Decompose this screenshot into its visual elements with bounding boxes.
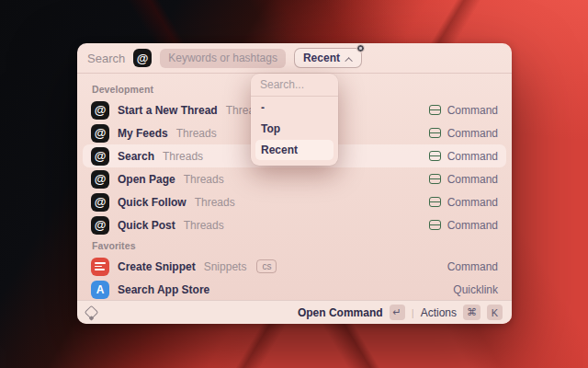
search-bar: Search @ Keywords or hashtags Recent bbox=[77, 43, 512, 74]
list-item-quick-follow[interactable]: @ Quick Follow Threads Command bbox=[83, 190, 506, 213]
command-type-icon bbox=[429, 105, 441, 115]
row-accessory: Command bbox=[447, 127, 498, 140]
command-type-icon bbox=[429, 220, 441, 230]
search-input[interactable]: Keywords or hashtags bbox=[160, 49, 286, 68]
row-subtitle: Threads bbox=[163, 150, 203, 163]
threads-app-icon: @ bbox=[133, 49, 152, 67]
filter-dropdown-button[interactable]: Recent bbox=[294, 48, 362, 68]
threads-icon: @ bbox=[91, 101, 109, 120]
row-subtitle: Threads bbox=[195, 196, 235, 209]
row-accessory: Command bbox=[447, 104, 498, 117]
k-key-badge: K bbox=[487, 305, 503, 320]
list-item-open-page[interactable]: @ Open Page Threads Command bbox=[83, 167, 506, 190]
row-accessory: Command bbox=[447, 173, 498, 186]
row-title: Quick Post bbox=[118, 219, 175, 232]
row-title: Start a New Thread bbox=[118, 104, 218, 117]
dropdown-item-top[interactable]: Top bbox=[255, 119, 334, 139]
threads-icon: @ bbox=[91, 193, 109, 212]
dropdown-item-recent[interactable]: Recent bbox=[255, 140, 334, 160]
row-title: Create Snippet bbox=[118, 260, 196, 273]
filter-badge-icon bbox=[356, 44, 365, 52]
section-header-favorites: Favorites bbox=[77, 236, 512, 255]
command-type-icon bbox=[429, 151, 441, 161]
row-title: Open Page bbox=[118, 173, 175, 186]
row-accessory: Command bbox=[447, 260, 498, 273]
app-store-icon: A bbox=[91, 281, 109, 299]
row-subtitle: Threads bbox=[176, 127, 217, 140]
row-accessory: Command bbox=[447, 150, 498, 163]
footer-divider: | bbox=[412, 307, 414, 318]
threads-icon: @ bbox=[91, 170, 109, 189]
command-type-icon bbox=[429, 197, 441, 207]
command-key-badge: ⌘ bbox=[463, 305, 481, 320]
row-title: Search App Store bbox=[118, 283, 209, 296]
dropdown-search-input[interactable]: Search... bbox=[251, 74, 338, 97]
row-title: Quick Follow bbox=[118, 196, 187, 209]
raycast-logo-icon bbox=[85, 305, 99, 320]
row-title: My Feeds bbox=[118, 127, 168, 140]
dropdown-item-dash[interactable]: - bbox=[255, 98, 334, 118]
list-item-search-app-store[interactable]: A Search App Store Quicklink bbox=[83, 278, 506, 300]
actions-button[interactable]: Actions bbox=[421, 306, 457, 319]
alias-badge: cs bbox=[256, 259, 277, 273]
snippets-icon bbox=[91, 258, 109, 276]
command-type-icon bbox=[429, 174, 441, 184]
threads-icon: @ bbox=[91, 216, 109, 235]
list-item-quick-post[interactable]: @ Quick Post Threads Command bbox=[83, 213, 506, 236]
enter-key-badge: ↵ bbox=[390, 305, 405, 320]
filter-selected-value: Recent bbox=[303, 52, 340, 64]
command-type-icon bbox=[429, 128, 441, 138]
threads-icon: @ bbox=[91, 147, 109, 166]
row-subtitle: Threads bbox=[184, 173, 224, 186]
row-accessory: Quicklink bbox=[453, 283, 498, 296]
row-subtitle: Snippets bbox=[204, 260, 247, 273]
row-title: Search bbox=[118, 150, 154, 163]
row-accessory: Command bbox=[447, 219, 498, 232]
row-accessory: Command bbox=[447, 196, 498, 209]
chevron-up-icon bbox=[345, 57, 352, 64]
search-mode-label: Search bbox=[87, 52, 125, 65]
launcher-window: Search @ Keywords or hashtags Recent Dev… bbox=[77, 43, 512, 324]
list-item-create-snippet[interactable]: Create Snippet Snippets cs Command bbox=[83, 255, 506, 278]
threads-icon: @ bbox=[91, 124, 109, 143]
filter-dropdown-panel: Search... - Top Recent bbox=[251, 74, 338, 166]
primary-action-label[interactable]: Open Command bbox=[298, 306, 383, 319]
status-bar: Open Command ↵ | Actions ⌘ K bbox=[77, 300, 512, 324]
row-subtitle: Threads bbox=[184, 219, 224, 232]
